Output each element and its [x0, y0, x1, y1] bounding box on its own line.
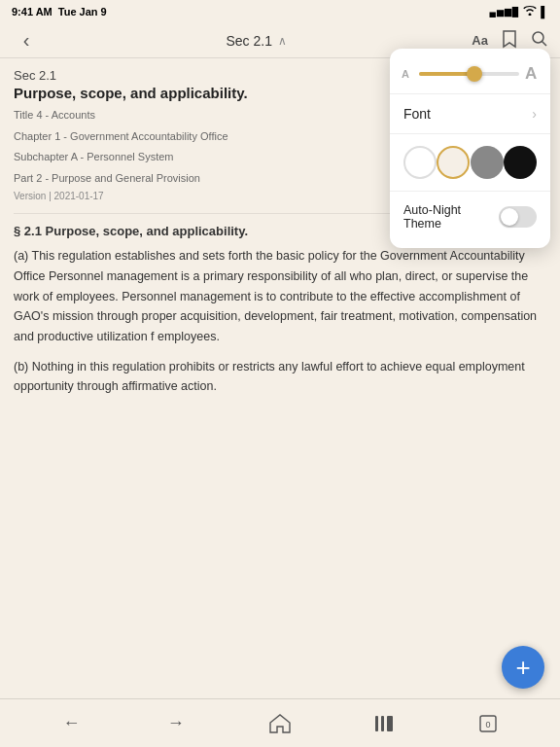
theme-colors-row — [390, 138, 550, 187]
font-size-button[interactable]: Aa — [472, 33, 488, 48]
theme-black-button[interactable] — [504, 146, 537, 179]
theme-gray-button[interactable] — [471, 146, 504, 179]
font-size-track[interactable] — [419, 72, 519, 76]
status-right: ▄▅▆█ ▌ — [489, 6, 548, 18]
svg-point-0 — [533, 32, 543, 43]
tab-page-button[interactable]: 0 — [469, 704, 508, 743]
tab-bar: ← → 0 — [0, 698, 560, 747]
date-label: Tue Jan 9 — [58, 6, 107, 18]
auto-night-label: Auto-Night Theme — [403, 203, 499, 231]
nav-chevron-icon: ∧ — [278, 34, 287, 48]
battery-icon: ▌ — [541, 6, 548, 18]
font-chevron-icon: › — [532, 106, 537, 122]
svg-line-1 — [542, 41, 546, 46]
svg-rect-4 — [387, 716, 393, 731]
paragraph-b: (b) Nothing in this regulation prohibits… — [14, 357, 546, 397]
auto-night-row: Auto-Night Theme — [390, 196, 550, 238]
paragraph-a: (a) This regulation establishes and sets… — [14, 246, 546, 346]
divider-2 — [390, 133, 550, 134]
theme-white-button[interactable] — [403, 146, 437, 179]
status-bar: 9:41 AM Tue Jan 9 ▄▅▆█ ▌ — [0, 0, 560, 23]
font-label: Font — [403, 106, 431, 122]
back-button[interactable]: ‹ — [12, 29, 41, 52]
divider-1 — [390, 93, 550, 94]
tab-library-button[interactable] — [365, 704, 403, 743]
font-size-small-label: A — [402, 68, 413, 80]
svg-rect-2 — [375, 716, 378, 731]
theme-warm-button[interactable] — [437, 146, 470, 179]
divider-3 — [390, 191, 550, 192]
tab-home-button[interactable] — [261, 704, 299, 743]
nav-title: Sec 2.1 ∧ — [226, 33, 286, 49]
font-row[interactable]: Font › — [390, 98, 550, 129]
svg-rect-3 — [381, 716, 384, 731]
toggle-thumb — [501, 208, 518, 226]
status-left: 9:41 AM Tue Jan 9 — [12, 6, 107, 18]
svg-text:0: 0 — [486, 720, 491, 729]
signal-icon: ▄▅▆█ — [489, 7, 519, 17]
nav-title-text: Sec 2.1 — [226, 33, 271, 49]
wifi-icon — [523, 6, 537, 18]
reading-settings-popup: A A Font › Auto-Night Theme — [390, 49, 550, 248]
font-size-thumb[interactable] — [467, 66, 482, 82]
add-button[interactable]: + — [502, 646, 544, 689]
tab-back-button[interactable]: ← — [52, 704, 91, 743]
time-label: 9:41 AM — [12, 6, 52, 18]
font-size-slider-row: A A — [390, 58, 550, 89]
font-size-large-label: A — [525, 64, 539, 84]
auto-night-toggle[interactable] — [499, 206, 537, 228]
tab-forward-button[interactable]: → — [157, 704, 195, 743]
